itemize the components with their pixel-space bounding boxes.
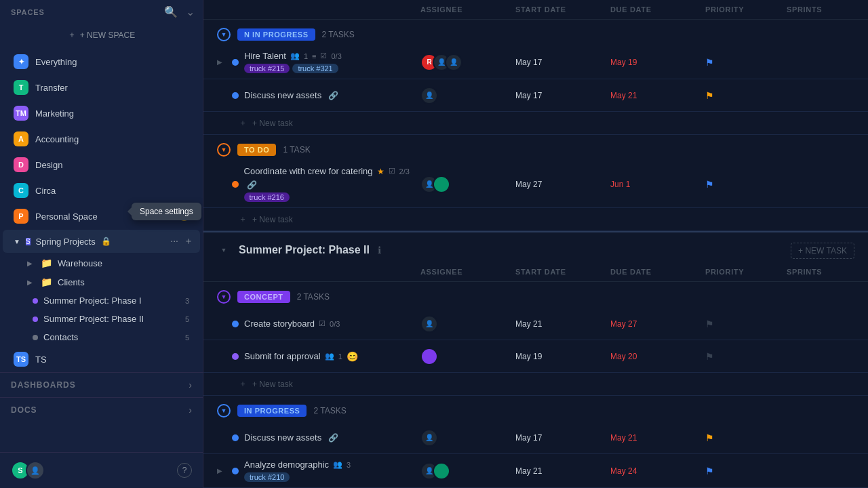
sidebar-item-personal[interactable]: P Personal Space 🔒 Space settings — [3, 204, 200, 228]
add-icon[interactable]: ＋ — [182, 234, 195, 249]
meta-icon: ☑ — [319, 319, 326, 328]
task-name-wrapper: Create storyboard ☑ 0/3 — [244, 319, 340, 329]
col-priority: PRIORITY — [705, 268, 787, 276]
table-row: Discuss new assets 🔗 👤 May 17 May 21 ⚑ — [203, 422, 868, 454]
plus-icon: ＋ — [68, 29, 76, 41]
link-icon: 🔗 — [247, 180, 257, 190]
table-row: Submit for approval 👥 1 😊 May 19 May 20 … — [203, 340, 868, 373]
add-task-row[interactable]: ＋ + New task — [203, 208, 868, 231]
status-badge-concept: CONCEPT — [237, 291, 290, 303]
sidebar-item-transfer[interactable]: T Transfer — [3, 75, 200, 100]
expand-arrow-icon: ▶ — [27, 279, 33, 286]
sidebar-list-phase2[interactable]: Summer Project: Phase II 5 — [3, 310, 200, 327]
sidebar-list-contacts[interactable]: Contacts 5 — [3, 329, 200, 346]
info-icon: ℹ — [378, 245, 381, 256]
section-new-task-button[interactable]: + NEW TASK — [791, 243, 854, 259]
tag: truck #210 — [244, 472, 290, 482]
search-icon[interactable]: 🔍 — [161, 4, 180, 20]
task-name-wrapper: Discuss new assets 🔗 — [244, 90, 338, 100]
marketing-icon: TM — [14, 106, 28, 121]
sidebar-item-everything[interactable]: ✦ Everything — [3, 49, 200, 74]
new-space-label: + NEW SPACE — [80, 30, 135, 40]
due-date: May 24 — [610, 466, 705, 476]
sidebar-item-label: Personal Space — [35, 211, 172, 222]
sidebar-item-accounting[interactable]: A Accounting — [3, 127, 200, 151]
col-assignee: ASSIGNEE — [420, 268, 515, 276]
task-name-cell: Submit for approval 👥 1 😊 — [217, 351, 420, 362]
status-badge-in-progress: N IN PROGRESS — [237, 28, 315, 41]
sidebar-item-label: Transfer — [35, 83, 189, 93]
meta-icon: 👥 — [290, 52, 300, 60]
sidebar-folder-clients[interactable]: ▶ 📁 Clients — [3, 273, 200, 291]
table-row: Discuss new assets 🔗 👤 May 17 May 21 ⚑ — [203, 79, 868, 112]
sidebar-item-label: Marketing — [35, 108, 189, 119]
add-task-label: + New task — [252, 380, 293, 389]
priority-cell: ⚑ — [705, 466, 787, 476]
group-toggle[interactable]: ▼ — [217, 290, 231, 304]
avatar — [433, 462, 450, 480]
sidebar-list-phase1[interactable]: Summer Project: Phase I 3 — [3, 292, 200, 309]
sidebar-item-spring-projects[interactable]: ▼ S Spring Projects 🔒 ··· ＋ — [3, 230, 200, 253]
priority-cell: ⚑ — [705, 90, 787, 101]
due-date: May 20 — [610, 352, 705, 361]
dashboards-section[interactable]: DASHBOARDS › — [0, 372, 203, 397]
task-dot — [232, 468, 239, 474]
priority-cell: ⚑ — [705, 319, 787, 329]
flag-icon: ⚑ — [705, 179, 714, 190]
plus-icon: ＋ — [239, 378, 247, 390]
group-toggle[interactable]: ▼ — [217, 404, 231, 418]
chevron-down-icon: ▼ — [221, 31, 227, 38]
meta-icon: ≡ — [312, 52, 316, 60]
expand-icon[interactable]: ⌄ — [183, 4, 197, 20]
more-icon[interactable]: ··· — [169, 234, 180, 249]
avatar: 👤 — [420, 429, 438, 447]
tag: truck #321 — [292, 64, 338, 73]
add-task-row[interactable]: ＋ + New task — [203, 112, 868, 135]
col-assignee: ASSIGNEE — [420, 5, 515, 14]
task-name: Hire Talent — [244, 51, 286, 61]
status-badge-in-progress: IN PROGRESS — [237, 405, 307, 417]
meta-icon: ☑ — [389, 167, 395, 176]
sidebar-item-ts[interactable]: TS TS — [3, 347, 200, 371]
spring-icon: S — [26, 238, 31, 245]
start-date: May 19 — [515, 352, 610, 361]
task-name-cell: Coordinate with crew for catering ★ ☑ 2/… — [217, 166, 420, 202]
design-icon: D — [14, 157, 28, 172]
sidebar-item-circa[interactable]: C Circa — [3, 178, 200, 203]
expand-arrow-icon: ▶ — [27, 260, 33, 267]
sidebar-item-marketing[interactable]: TM Marketing — [3, 101, 200, 125]
task-name-wrapper: Discuss new assets 🔗 — [244, 432, 338, 443]
sidebar-item-design[interactable]: D Design — [3, 152, 200, 177]
meta-icon: 👥 — [325, 352, 334, 361]
link-icon: 🔗 — [328, 91, 338, 100]
meta-text: 1 — [338, 352, 342, 361]
status-badge-todo: TO DO — [237, 144, 276, 156]
add-task-row[interactable]: ＋ + New task — [203, 373, 868, 396]
help-icon[interactable]: ? — [177, 463, 192, 478]
new-space-button[interactable]: ＋ + NEW SPACE — [5, 24, 197, 46]
avatar: 👤 — [420, 87, 438, 104]
list-count: 5 — [185, 315, 189, 323]
sidebar-item-label: Circa — [35, 186, 189, 196]
task-dot — [232, 321, 239, 327]
section-toggle[interactable]: ▼ — [217, 243, 231, 257]
list-label: Summer Project: Phase II — [43, 314, 180, 324]
sidebar-folder-warehouse[interactable]: ▶ 📁 Warehouse — [3, 254, 200, 272]
docs-section[interactable]: DOCS › — [0, 397, 203, 422]
assignee-cell: 👤 — [420, 429, 515, 447]
assignee-cell: 👤 — [420, 176, 515, 193]
group-toggle[interactable]: ▼ — [217, 28, 231, 41]
avatar — [433, 176, 450, 193]
meta-icon: 👥 — [333, 460, 342, 469]
task-name: Coordinate with crew for catering — [244, 166, 373, 176]
group-toggle[interactable]: ▼ — [217, 143, 231, 157]
start-date: May 17 — [515, 91, 610, 100]
expand-icon[interactable]: ▶ — [217, 58, 226, 66]
table-row: ▶ Hire Talent 👥 1 ≡ ☑ 0/3 truck #215 tru… — [203, 45, 868, 79]
expand-icon[interactable]: ▶ — [217, 467, 226, 474]
due-date: May 19 — [610, 58, 705, 67]
priority-cell: ⚑ — [705, 179, 787, 190]
expand-arrow-icon: ▼ — [14, 238, 20, 245]
spaces-actions: 🔍 ⌄ — [161, 4, 197, 20]
task-tags: truck #210 — [244, 472, 351, 482]
